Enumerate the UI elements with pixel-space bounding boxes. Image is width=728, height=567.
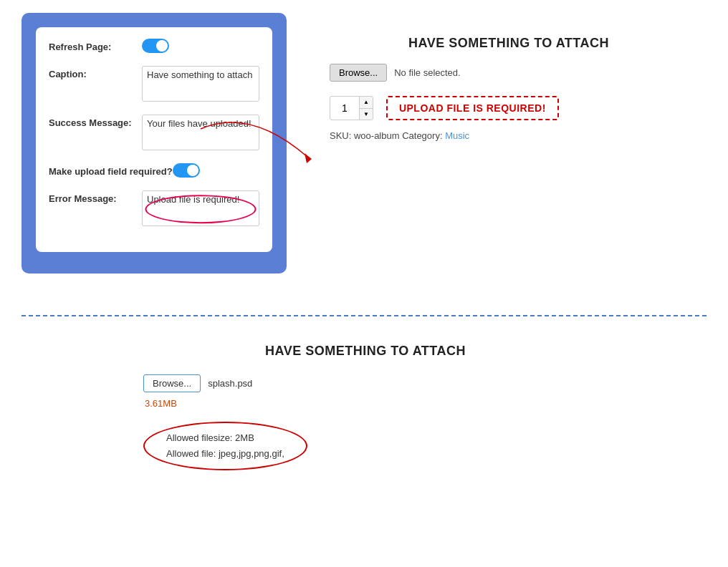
success-message-field-wrapper [142,115,259,153]
upper-section-title: HAVE SOMETHING TO ATTACH [330,36,688,51]
lower-section-title: HAVE SOMETHING TO ATTACH [143,344,588,359]
error-message-textarea[interactable] [142,190,259,226]
allowed-file-text: Allowed file: jpeg,jpg,png,gif, [166,446,284,462]
category-link[interactable]: Music [445,130,469,141]
success-message-row: Success Message: [49,115,259,153]
sku-line: SKU: woo-album Category: Music [330,130,688,141]
refresh-page-toggle-wrapper [142,39,259,56]
error-required-text: UPLOAD FILE IS REQUIRED! [399,102,546,114]
success-message-textarea[interactable] [142,115,259,150]
no-file-text: No file selected. [394,67,461,78]
filename-text: splash.psd [208,378,252,389]
upper-browse-button[interactable]: Browse... [330,64,387,82]
sku-text: SKU: woo-album Category: [330,130,443,141]
upper-right-section: HAVE SOMETHING TO ATTACH Browse... No fi… [330,36,688,141]
make-upload-toggle-wrapper [173,163,259,180]
allowed-oval: Allowed filesize: 2MB Allowed file: jpeg… [143,422,307,470]
refresh-page-label: Refresh Page: [49,39,142,52]
lower-browse-button[interactable]: Browse... [143,374,201,392]
quantity-down-button[interactable]: ▼ [360,109,373,120]
qty-error-row: ▲ ▼ UPLOAD FILE IS REQUIRED! [330,96,688,120]
settings-panel: Refresh Page: Caption: Success Message: … [21,13,287,273]
error-required-box: UPLOAD FILE IS REQUIRED! [386,96,559,120]
lower-browse-row: Browse... splash.psd [143,374,588,392]
caption-textarea[interactable] [142,66,259,102]
allowed-filesize-text: Allowed filesize: 2MB [166,430,284,446]
caption-label: Caption: [49,66,142,79]
error-message-field-wrapper [142,190,259,229]
svg-marker-0 [305,153,312,163]
quantity-stepper: ▲ ▼ [359,97,373,120]
upper-browse-row: Browse... No file selected. [330,64,688,82]
make-upload-label: Make upload field required? [49,163,173,177]
settings-card: Refresh Page: Caption: Success Message: … [36,27,272,252]
quantity-up-button[interactable]: ▲ [360,97,373,109]
caption-row: Caption: [49,66,259,105]
allowed-oval-wrapper: Allowed filesize: 2MB Allowed file: jpeg… [143,422,307,470]
caption-field-wrapper [142,66,259,105]
refresh-page-toggle[interactable] [142,39,169,53]
lower-section: HAVE SOMETHING TO ATTACH Browse... splas… [143,344,588,470]
section-divider [21,315,707,316]
make-upload-row: Make upload field required? [49,163,259,180]
filesize-text: 3.61MB [145,398,588,409]
quantity-input[interactable] [330,100,359,117]
make-upload-toggle[interactable] [173,163,200,178]
refresh-page-row: Refresh Page: [49,39,259,56]
error-message-row: Error Message: [49,190,259,229]
success-message-label: Success Message: [49,115,142,128]
error-message-label: Error Message: [49,190,142,204]
quantity-box: ▲ ▼ [330,96,373,120]
